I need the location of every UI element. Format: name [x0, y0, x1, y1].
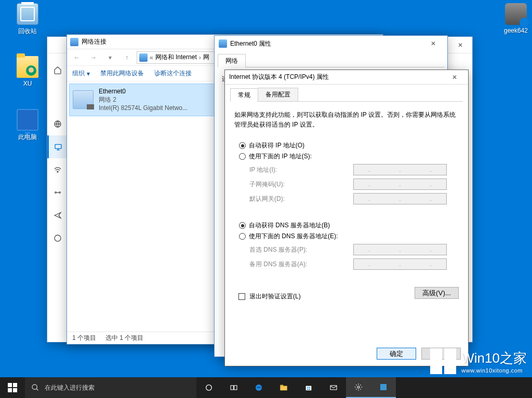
- radio-icon: [239, 142, 246, 149]
- taskbar-explorer[interactable]: [271, 377, 296, 398]
- menu-airplane[interactable]: [47, 204, 68, 227]
- svg-point-8: [55, 235, 61, 241]
- search-placeholder: 在此键入进行搜索: [45, 383, 95, 392]
- taskbar-search[interactable]: 在此键入进行搜索: [25, 377, 196, 398]
- status-item-count: 1 个项目: [72, 334, 96, 342]
- input-preferred-dns: ...: [353, 244, 447, 255]
- taskbar-edge[interactable]: [246, 377, 271, 398]
- recycle-label: 回收站: [9, 27, 46, 36]
- desktop-icon-recycle[interactable]: 回收站: [9, 3, 46, 36]
- radio-auto-ip[interactable]: 自动获得 IP 地址(O): [239, 141, 458, 150]
- desktop-icon-user-folder[interactable]: XU: [9, 56, 46, 87]
- radio-icon: [239, 222, 246, 229]
- menu-proxy[interactable]: [47, 227, 68, 250]
- menu-status[interactable]: [47, 113, 68, 135]
- radio-icon: [239, 153, 246, 160]
- watermark: Win10之家 www.win10xitong.com: [430, 348, 527, 374]
- ok-button[interactable]: 确定: [377, 348, 416, 360]
- window-title: Ethernet0 属性: [230, 39, 420, 48]
- start-button[interactable]: [0, 377, 25, 398]
- label-dns2: 备用 DNS 服务器(A):: [249, 260, 353, 269]
- taskbar-store[interactable]: [296, 377, 321, 398]
- svg-point-11: [206, 385, 212, 391]
- close-button[interactable]: ✕: [423, 37, 443, 50]
- taskview-button[interactable]: [221, 377, 246, 398]
- input-default-gateway: ...: [353, 193, 447, 204]
- svg-rect-12: [231, 386, 233, 390]
- adapter-network: 网络 2: [99, 95, 188, 104]
- svg-rect-20: [307, 389, 308, 390]
- svg-rect-21: [309, 389, 310, 390]
- ethernet-adapter-icon: [73, 90, 94, 109]
- toolbar-organize[interactable]: 组织▾: [72, 69, 90, 78]
- toolbar-disable[interactable]: 禁用此网络设备: [100, 69, 144, 78]
- checkbox-icon: [238, 293, 245, 300]
- svg-point-6: [59, 192, 60, 194]
- svg-point-23: [357, 386, 360, 388]
- svg-line-10: [36, 389, 38, 390]
- radio-icon: [239, 233, 246, 240]
- menu-ethernet[interactable]: [47, 135, 68, 158]
- tab-network[interactable]: 网络: [218, 54, 246, 67]
- crumb-2[interactable]: 网: [203, 53, 209, 62]
- close-button[interactable]: ✕: [445, 71, 464, 84]
- tab-alternate[interactable]: 备用配置: [258, 88, 298, 101]
- svg-rect-13: [234, 386, 237, 390]
- svg-rect-1: [55, 144, 61, 148]
- svg-point-5: [55, 192, 56, 194]
- radio-auto-dns[interactable]: 自动获得 DNS 服务器地址(B): [239, 221, 458, 230]
- desktop-icon-geek642[interactable]: geek642: [498, 3, 532, 34]
- taskbar: 在此键入进行搜索: [0, 377, 532, 398]
- taskbar-settings[interactable]: [346, 377, 371, 398]
- watermark-url: www.win10xitong.com: [461, 367, 527, 374]
- nav-history-button[interactable]: ▾: [103, 51, 117, 64]
- description-text: 如果网络支持此功能，则可以获取自动指派的 IP 设置。否则，你需要从网络系统管理…: [234, 110, 459, 129]
- label-ip: IP 地址(I):: [249, 166, 353, 174]
- window-title: 网络连接: [82, 37, 107, 46]
- search-icon: [31, 383, 39, 392]
- crumb-1[interactable]: 网络和 Internet: [155, 53, 197, 62]
- chevron-right-icon: «: [150, 54, 153, 61]
- taskbar-mail[interactable]: [321, 377, 346, 398]
- this-pc-label: 此电脑: [9, 133, 46, 142]
- label-mask: 子网掩码(U):: [249, 180, 353, 189]
- nav-back-button[interactable]: ←: [70, 51, 84, 64]
- dialog-title: Internet 协议版本 4 (TCP/IPv4) 属性: [229, 73, 445, 81]
- label-dns1: 首选 DNS 服务器(P):: [249, 245, 353, 254]
- control-panel-icon: [139, 53, 148, 62]
- windows-logo-icon: [430, 348, 456, 374]
- nav-up-button[interactable]: ↑: [120, 51, 134, 64]
- checkbox-validate-on-exit[interactable]: 退出时验证设置(L): [238, 292, 301, 301]
- radio-manual-dns[interactable]: 使用下面的 DNS 服务器地址(E):: [239, 232, 458, 241]
- watermark-title: Win10之家: [461, 349, 527, 367]
- chevron-right-icon: ›: [199, 54, 201, 61]
- input-ip-address: ...: [353, 164, 447, 175]
- menu-dial[interactable]: [47, 181, 68, 204]
- radio-manual-ip[interactable]: 使用下面的 IP 地址(S):: [239, 152, 458, 161]
- svg-rect-22: [330, 386, 337, 390]
- tab-general[interactable]: 常规: [230, 88, 258, 102]
- ipv4-properties-dialog: Internet 协议版本 4 (TCP/IPv4) 属性 ✕ 常规 备用配置 …: [224, 70, 469, 366]
- status-selected-count: 选中 1 个项目: [105, 334, 143, 342]
- folder-label: XU: [9, 80, 46, 87]
- input-alternate-dns: ...: [353, 258, 447, 270]
- adapter-name: Ethernet0: [99, 87, 188, 95]
- close-button[interactable]: ✕: [448, 37, 472, 53]
- desktop-icon-this-pc[interactable]: 此电脑: [9, 109, 46, 142]
- menu-wifi[interactable]: [47, 158, 68, 181]
- svg-point-4: [57, 171, 58, 172]
- cortana-button[interactable]: [196, 377, 221, 398]
- adapter-hardware: Intel(R) 82574L Gigabit Netwo...: [99, 104, 188, 112]
- geek-label: geek642: [498, 27, 532, 34]
- network-icon: [70, 38, 78, 46]
- toolbar-diagnose[interactable]: 诊断这个连接: [154, 69, 192, 78]
- advanced-button[interactable]: 高级(V)...: [415, 287, 459, 299]
- label-gateway: 默认网关(D):: [249, 195, 353, 203]
- svg-rect-18: [307, 387, 308, 388]
- taskbar-vmware[interactable]: [371, 377, 396, 398]
- svg-rect-24: [380, 384, 387, 390]
- chevron-down-icon: ▾: [87, 70, 90, 77]
- svg-rect-19: [309, 387, 310, 388]
- menu-home[interactable]: [47, 59, 68, 81]
- nav-forward-button[interactable]: →: [87, 51, 100, 64]
